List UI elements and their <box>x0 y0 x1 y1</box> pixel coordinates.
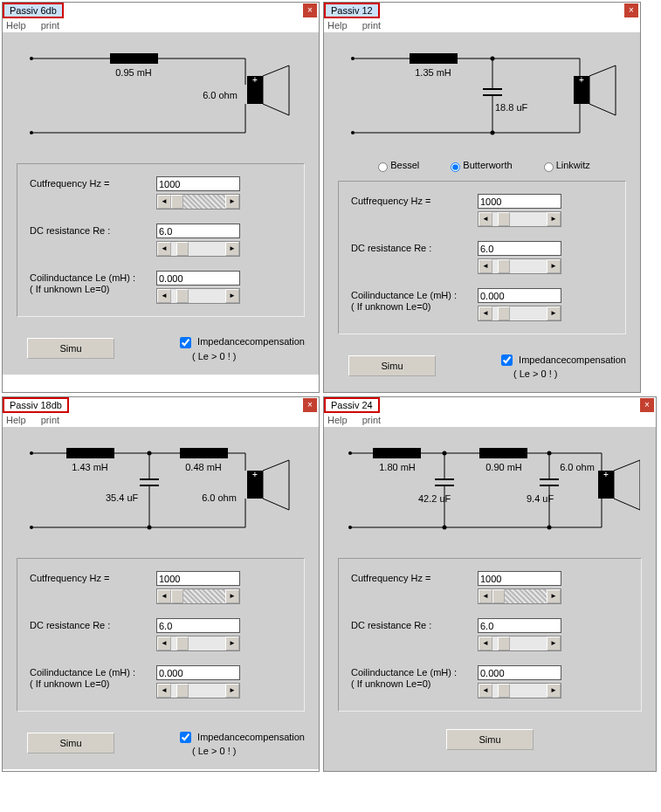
menu-print[interactable]: print <box>41 20 59 31</box>
arrow-right-icon[interactable]: ► <box>547 684 561 698</box>
arrow-left-icon[interactable]: ◄ <box>479 589 492 603</box>
arrow-left-icon[interactable]: ◄ <box>157 684 171 698</box>
impedance-checkbox[interactable] <box>180 732 191 743</box>
dcres-scroll[interactable]: ◄ ► <box>156 636 240 651</box>
cutfreq-input[interactable] <box>156 176 240 191</box>
cutfreq-scroll[interactable]: ◄ ► <box>478 588 561 604</box>
filter-butterworth[interactable]: Butterworth <box>446 160 512 170</box>
menu-help[interactable]: Help <box>327 415 348 425</box>
arrow-right-icon[interactable]: ► <box>547 589 561 603</box>
cutfreq-input[interactable] <box>478 571 561 586</box>
arrow-right-icon[interactable]: ► <box>547 259 561 273</box>
cutfreq-scroll[interactable]: ◄ ► <box>156 194 240 210</box>
filter-linkwitz[interactable]: Linkwitz <box>540 160 590 170</box>
impedance-note: ( Le > 0 ! ) <box>513 368 626 380</box>
simu-button[interactable]: Simu <box>348 355 436 376</box>
close-icon[interactable]: × <box>624 3 638 17</box>
cutfreq-label: Cutfrequency Hz = <box>30 571 156 584</box>
dcres-input[interactable] <box>478 618 561 633</box>
svg-rect-45 <box>479 448 527 458</box>
impedance-check[interactable]: Impedancecompensation <box>176 336 305 347</box>
coil-input[interactable] <box>156 665 240 680</box>
arrow-left-icon[interactable]: ◄ <box>157 242 171 256</box>
menu-print[interactable]: print <box>41 415 59 425</box>
arrow-right-icon[interactable]: ► <box>547 306 561 320</box>
impedance-checkbox[interactable] <box>180 337 191 348</box>
svg-rect-1 <box>110 53 158 64</box>
menu-help[interactable]: Help <box>327 20 348 31</box>
arrow-right-icon[interactable]: ► <box>225 589 239 603</box>
cutfreq-label: Cutfrequency Hz = <box>351 571 478 584</box>
arrow-right-icon[interactable]: ► <box>225 684 239 698</box>
svg-point-60 <box>348 451 352 455</box>
param-panel: Cutfrequency Hz = ◄ ► DC resistance Re : <box>338 181 626 334</box>
coil-scroll[interactable]: ◄ ► <box>156 683 240 698</box>
arrow-left-icon[interactable]: ◄ <box>157 589 171 603</box>
cutfreq-input[interactable] <box>156 571 240 586</box>
svg-marker-18 <box>589 65 616 115</box>
cutfreq-scroll[interactable]: ◄ ► <box>478 211 561 227</box>
arrow-left-icon[interactable]: ◄ <box>479 259 492 273</box>
coil-input[interactable] <box>156 271 240 286</box>
svg-point-23 <box>351 131 355 134</box>
schematic: 1.43 mH 0.48 mH 35.4 uF 6.0 ohm + <box>18 436 303 549</box>
arrow-right-icon[interactable]: ► <box>225 242 239 256</box>
arrow-left-icon[interactable]: ◄ <box>479 306 492 320</box>
arrow-right-icon[interactable]: ► <box>225 195 239 209</box>
dcres-input[interactable] <box>156 224 240 238</box>
c1-label: 35.4 uF <box>106 492 139 503</box>
coil-input[interactable] <box>478 665 561 680</box>
arrow-right-icon[interactable]: ► <box>547 637 561 650</box>
simu-button[interactable]: Simu <box>27 338 114 359</box>
window-title: Passiv 24 <box>324 397 380 413</box>
arrow-left-icon[interactable]: ◄ <box>157 195 171 209</box>
menu-help[interactable]: Help <box>6 415 26 425</box>
menu-print[interactable]: print <box>362 415 381 425</box>
arrow-left-icon[interactable]: ◄ <box>479 684 492 698</box>
svg-point-22 <box>351 57 355 60</box>
coil-scroll[interactable]: ◄ ► <box>478 683 561 698</box>
impedance-check[interactable]: Impedancecompensation <box>498 354 626 365</box>
dcres-scroll[interactable]: ◄ ► <box>478 258 561 274</box>
dcres-scroll[interactable]: ◄ ► <box>478 636 561 651</box>
l1-label: 1.80 mH <box>379 462 416 472</box>
arrow-right-icon[interactable]: ► <box>225 637 239 650</box>
coil-label: Coilinductance Le (mH) : ( If unknown Le… <box>351 665 478 690</box>
cutfreq-label: Cutfrequency Hz = <box>30 176 156 189</box>
simu-button[interactable]: Simu <box>27 733 114 754</box>
dcres-label: DC resistance Re : <box>30 224 156 237</box>
impedance-check[interactable]: Impedancecompensation <box>176 732 305 742</box>
cutfreq-input[interactable] <box>478 194 561 209</box>
svg-marker-4 <box>263 65 289 115</box>
menu-print[interactable]: print <box>362 20 381 31</box>
close-icon[interactable]: × <box>303 3 317 17</box>
simu-button[interactable]: Simu <box>446 729 534 750</box>
arrow-right-icon[interactable]: ► <box>547 212 561 226</box>
cutfreq-scroll[interactable]: ◄ ► <box>156 588 240 604</box>
cutfreq-label: Cutfrequency Hz = <box>351 194 478 207</box>
dcres-input[interactable] <box>478 241 561 256</box>
impedance-note: ( Le > 0 ! ) <box>192 746 305 757</box>
arrow-right-icon[interactable]: ► <box>225 289 239 303</box>
coil-label: Coilinductance Le (mH) : ( If unknown Le… <box>351 288 478 313</box>
impedance-checkbox[interactable] <box>501 354 513 366</box>
dcres-label: DC resistance Re : <box>351 618 478 631</box>
coil-input[interactable] <box>478 288 561 303</box>
dcres-label: DC resistance Re : <box>351 241 478 254</box>
filter-bessel[interactable]: Bessel <box>374 160 419 170</box>
dcres-input[interactable] <box>156 618 240 633</box>
coil-label: Coilinductance Le (mH) : ( If unknown Le… <box>30 665 156 690</box>
schematic: 1.80 mH 0.90 mH 6.0 ohm 42.2 uF 9.4 uF <box>340 436 640 549</box>
arrow-left-icon[interactable]: ◄ <box>157 289 171 303</box>
arrow-left-icon[interactable]: ◄ <box>157 637 171 650</box>
dcres-scroll[interactable]: ◄ ► <box>156 241 240 257</box>
c2-label: 9.4 uF <box>527 493 554 504</box>
coil-scroll[interactable]: ◄ ► <box>478 306 561 321</box>
svg-rect-44 <box>373 448 421 458</box>
arrow-left-icon[interactable]: ◄ <box>479 637 492 650</box>
close-icon[interactable]: × <box>303 398 317 412</box>
arrow-left-icon[interactable]: ◄ <box>479 212 492 226</box>
menu-help[interactable]: Help <box>6 20 26 31</box>
close-icon[interactable]: × <box>640 398 654 412</box>
coil-scroll[interactable]: ◄ ► <box>156 288 240 304</box>
